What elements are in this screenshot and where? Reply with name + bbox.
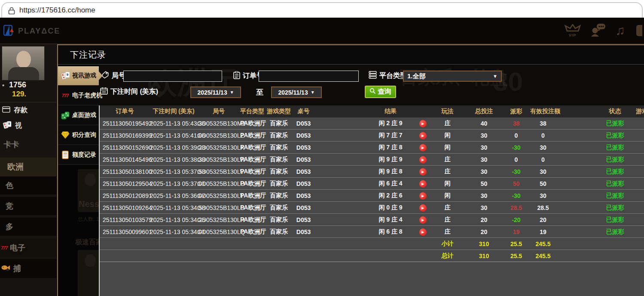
replay-button[interactable]: ▶	[419, 156, 427, 163]
cell-time: 2025-11-13 05:34:25	[150, 216, 197, 223]
balance: 129.	[12, 90, 26, 99]
cell-platform: PA欧洲厅	[240, 180, 264, 188]
cell-game: 百家乐	[264, 156, 294, 163]
cell-payout: -20	[502, 216, 530, 223]
cell-bet: 310	[466, 253, 502, 259]
browser-address-bar[interactable]: https://175616.cc/home	[0, 0, 644, 18]
cell-play: ▶	[416, 191, 429, 200]
table-row: 2511130501035792025-11-13 05:34:25GD0532…	[100, 214, 644, 226]
bet-records-table: 订单号下注时间 (美东)局号平台类型游戏类型桌号结果玩法总投注派彩有效投注额状态…	[99, 105, 644, 296]
cell-order: 251113050099601	[100, 228, 150, 235]
tab-fragment: 色	[0, 176, 56, 194]
username-star: *	[2, 83, 4, 89]
table-row: 2511130501526902025-11-13 05:39:23GD0532…	[100, 142, 644, 154]
column-header-method: 玩法	[429, 108, 466, 115]
cell-status: 已派彩	[599, 156, 631, 163]
sidebar-item-3[interactable]: 积分查询	[58, 126, 99, 145]
cell-method: 小计	[429, 240, 466, 248]
support-chat-button[interactable]	[591, 23, 606, 38]
replay-button[interactable]: ▶	[419, 120, 427, 127]
cell-bet: 310	[466, 240, 502, 247]
svg-text:9: 9	[66, 73, 68, 77]
replay-button[interactable]: ▶	[419, 144, 427, 151]
cell-payout: 25.5	[502, 253, 530, 259]
replay-button[interactable]: ▶	[419, 180, 427, 188]
chevron-down-icon: ▼	[230, 90, 234, 95]
cell-method: 庄	[429, 156, 466, 163]
replay-button[interactable]: ▶	[419, 228, 427, 236]
music-icon: ♫	[616, 24, 626, 37]
cell-result: 闲 6 庄 8	[365, 228, 416, 236]
site-header: PLAYΔCE VIP ♫	[0, 18, 644, 44]
date-from-select[interactable]: 2025/11/13 ▼	[190, 86, 241, 98]
cell-play: ▶	[416, 204, 429, 212]
replay-button[interactable]: ▶	[419, 168, 427, 176]
cell-play: ▶	[416, 143, 429, 151]
cell-time: 2025-11-13 05:37:53	[150, 168, 197, 175]
platform-select[interactable]: 1.全部 ▼	[403, 71, 502, 82]
replay-button[interactable]: ▶	[419, 192, 427, 200]
cell-valid: 0	[530, 132, 556, 139]
cell-result: 闲 9 庄 8	[365, 168, 416, 176]
vip-button[interactable]: VIP	[564, 24, 581, 37]
cell-valid: 30	[530, 144, 556, 151]
cell-table: D053	[294, 180, 313, 187]
total-row-name: 总计31025.5245.5	[100, 250, 644, 262]
cell-table: D053	[294, 216, 313, 223]
round-no-input[interactable]	[123, 71, 222, 82]
cell-platform: PA欧洲厅	[240, 156, 264, 163]
cell-valid: 50	[530, 180, 556, 187]
cell-result: 闲 9 庄 4	[365, 216, 416, 224]
region-tab-fragment: 欧洲	[0, 157, 56, 176]
cell-result: 闲 2 庄 9	[365, 120, 416, 127]
cell-status: 已派彩	[599, 192, 631, 200]
video-cards-icon: K♥9	[60, 71, 70, 80]
lock-icon	[8, 7, 15, 16]
date-to-select[interactable]: 2025/11/13 ▼	[271, 86, 322, 98]
replay-button[interactable]: ▶	[419, 216, 427, 224]
cell-bet: 20	[466, 216, 502, 223]
table-body: 2511130501954922025-11-13 05:43:36GD0532…	[100, 117, 644, 262]
video-fragment: K♥9 视	[3, 121, 22, 131]
site-logo[interactable]: PLAYΔCE	[3, 25, 60, 38]
sidebar-item-0[interactable]: K♥9视讯游戏	[58, 66, 99, 86]
round-no-label-group: 局号	[101, 71, 125, 80]
order-no-input[interactable]	[259, 71, 359, 82]
ghost-game-title: 极速百家乐M	[75, 238, 99, 247]
cell-bet: 30	[466, 156, 502, 163]
cell-game: 百家乐	[264, 168, 294, 176]
table-games-icon	[60, 111, 70, 120]
wallet-icon	[2, 106, 10, 114]
cell-bet: 30	[466, 204, 502, 211]
table-row: 2511130501693992025-11-13 05:41:06GD0532…	[100, 130, 644, 142]
cell-round: GD05325B130LV	[197, 168, 240, 175]
url-pill[interactable]: https://175616.cc/home	[1, 2, 643, 18]
music-button[interactable]: ♫	[616, 24, 626, 37]
cell-order: 251113050169399	[100, 132, 150, 139]
sidebar-item-label: 电子老虎机	[72, 92, 102, 99]
cell-status: 已派彩	[599, 144, 631, 151]
playace-logo-icon	[3, 25, 15, 38]
cell-bet: 50	[466, 180, 502, 187]
cell-round: GD05325B130LU	[197, 180, 240, 187]
modal-title-bar: 下注记录	[58, 45, 644, 65]
cell-game: 百家乐	[264, 180, 294, 188]
cell-round: GD05325B130LX	[197, 144, 240, 151]
cell-method: 闲	[429, 132, 466, 139]
cell-table: D053	[294, 120, 313, 127]
cell-status: 已派彩	[599, 204, 631, 212]
sidebar-item-1[interactable]: 777电子老虎机	[58, 86, 99, 105]
replay-button[interactable]: ▶	[419, 204, 427, 212]
search-button[interactable]: 查询	[365, 86, 396, 98]
cell-play: ▶	[416, 179, 429, 188]
table-header-row: 订单号下注时间 (美东)局号平台类型游戏类型桌号结果玩法总投注派彩有效投注额状态…	[100, 105, 644, 117]
cell-payout: 25.5	[502, 240, 530, 247]
filter-panel: 欧洲厅 百家乐、轮盘 30 局号 订单号 平台类型	[99, 65, 644, 105]
cell-valid: 245.5	[530, 253, 556, 259]
cell-payout: 50	[502, 180, 530, 187]
cell-platform: PA欧洲厅	[240, 216, 264, 224]
sidebar-item-2[interactable]: 桌面游戏	[58, 106, 99, 125]
replay-button[interactable]: ▶	[419, 132, 427, 139]
sidebar-item-4[interactable]: 额度记录	[58, 145, 99, 165]
cell-status: 已派彩	[599, 228, 631, 236]
